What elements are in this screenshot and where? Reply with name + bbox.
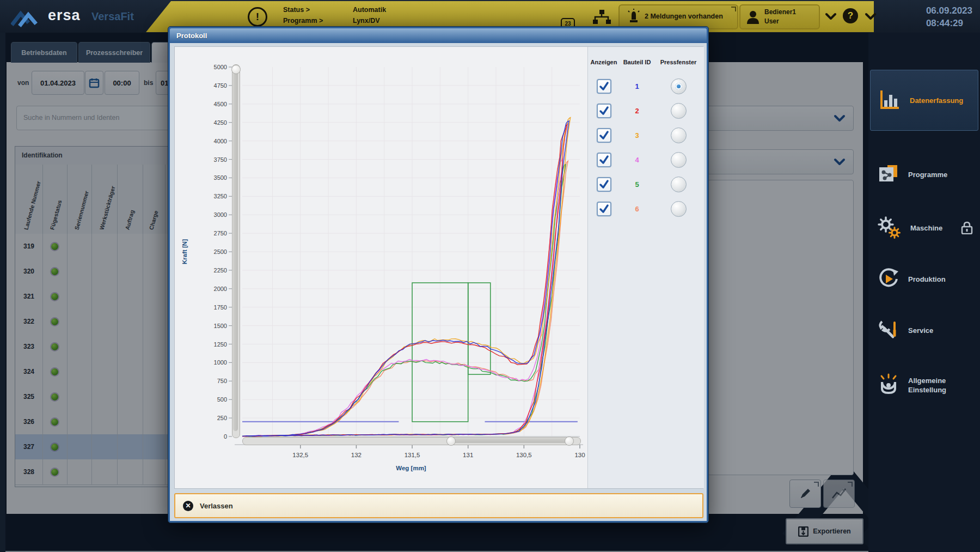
chart-legend: Anzeigen Bauteil ID Pressfenster 123456 bbox=[587, 47, 704, 488]
legend-header-bauteil-id: Bauteil ID bbox=[620, 59, 654, 65]
program-value: Lynx/DV bbox=[353, 17, 380, 25]
svg-text:500: 500 bbox=[217, 396, 227, 403]
svg-text:131: 131 bbox=[463, 452, 473, 458]
curve-bauteil-2 bbox=[242, 124, 567, 436]
ersa-logo-icon bbox=[11, 7, 42, 27]
legend-row: 3 bbox=[588, 123, 704, 148]
sidebar-item-label: Service bbox=[908, 326, 967, 335]
svg-text:250: 250 bbox=[217, 415, 227, 421]
close-x-icon: ✕ bbox=[183, 501, 193, 511]
checkmark-icon bbox=[599, 130, 609, 141]
anzeigen-checkbox[interactable] bbox=[597, 177, 611, 192]
svg-text:1500: 1500 bbox=[214, 323, 227, 329]
anzeigen-checkbox[interactable] bbox=[597, 202, 611, 216]
dialog-title: Protokoll bbox=[176, 32, 207, 40]
sidebar-item-maschine[interactable]: Maschine bbox=[870, 213, 978, 243]
checkmark-icon bbox=[599, 204, 609, 214]
chart-panel: 0250500750100012501500175020002250250027… bbox=[174, 46, 703, 489]
svg-text:Kraft [N]: Kraft [N] bbox=[181, 239, 188, 264]
sidebar-item-label: Maschine bbox=[910, 223, 969, 233]
svg-text:1250: 1250 bbox=[214, 341, 227, 348]
sidebar-item-datenerfassung[interactable]: Datenerfassung bbox=[870, 70, 978, 131]
svg-text:750: 750 bbox=[217, 378, 227, 384]
anzeigen-checkbox[interactable] bbox=[597, 153, 611, 167]
svg-text:1750: 1750 bbox=[214, 304, 227, 311]
pressfenster-radio[interactable] bbox=[671, 152, 687, 168]
curve-bauteil-5 bbox=[242, 165, 566, 436]
checkmark-icon bbox=[599, 155, 609, 165]
service-icon bbox=[877, 318, 901, 342]
user-name: Bediener1 bbox=[764, 8, 796, 16]
anzeigen-checkbox[interactable] bbox=[597, 79, 611, 94]
date-text: 06.09.2023 bbox=[926, 4, 972, 17]
svg-text:Weg [mm]: Weg [mm] bbox=[396, 465, 426, 471]
vertical-scrollbar[interactable] bbox=[232, 64, 240, 438]
sidebar-item-produktion[interactable]: Produktion bbox=[870, 264, 978, 294]
anzeigen-checkbox[interactable] bbox=[597, 128, 611, 143]
curve-bauteil-3 bbox=[244, 118, 571, 436]
sidebar-item-label: Allgemeine Einstellung bbox=[908, 376, 967, 395]
chevron-down-icon-2[interactable] bbox=[865, 13, 877, 20]
alert-exclamation-icon[interactable]: ! bbox=[248, 7, 267, 27]
svg-text:2750: 2750 bbox=[214, 230, 227, 236]
messages-corner-mark bbox=[731, 7, 736, 11]
svg-text:131,5: 131,5 bbox=[405, 452, 420, 458]
sidebar-item-service[interactable]: Service bbox=[870, 315, 978, 345]
einstellung-icon bbox=[877, 373, 901, 397]
sidebar-item-programme[interactable]: Programme bbox=[870, 159, 978, 190]
status-value: Automatik bbox=[353, 6, 386, 14]
checkmark-icon bbox=[599, 179, 609, 190]
legend-headers: Anzeigen Bauteil ID Pressfenster bbox=[588, 59, 704, 65]
legend-row: 6 bbox=[588, 197, 704, 221]
user-button[interactable]: Bediener1 User bbox=[739, 4, 820, 29]
verlassen-label: Verlassen bbox=[200, 502, 233, 510]
checkmark-icon bbox=[599, 106, 609, 116]
app-screen: ersa VersaFit ! Status > Automatik Progr… bbox=[0, 0, 980, 552]
pressfenster-radio[interactable] bbox=[671, 177, 687, 192]
scrollbar-knob-right[interactable] bbox=[565, 436, 574, 446]
svg-text:4750: 4750 bbox=[214, 82, 227, 89]
svg-text:130: 130 bbox=[574, 452, 585, 458]
pressfenster-radio[interactable] bbox=[671, 201, 687, 217]
sitemap-icon[interactable] bbox=[591, 9, 613, 26]
horizontal-scrollbar-thumb[interactable] bbox=[450, 438, 571, 443]
checkmark-icon bbox=[599, 81, 609, 92]
chevron-down-icon[interactable] bbox=[825, 13, 837, 20]
beacon-icon bbox=[627, 9, 640, 25]
bauteil-id-label: 4 bbox=[635, 156, 639, 164]
sidebar-nav: DatenerfassungProgrammeMaschineProduktio… bbox=[868, 33, 980, 552]
svg-text:5000: 5000 bbox=[214, 64, 227, 70]
svg-text:2000: 2000 bbox=[214, 286, 227, 292]
svg-text:130,5: 130,5 bbox=[516, 452, 532, 458]
pressfenster-radio[interactable] bbox=[671, 78, 687, 94]
vertical-scrollbar-thumb[interactable] bbox=[233, 71, 238, 431]
messages-text: 2 Meldungen vorhanden bbox=[645, 13, 723, 20]
horizontal-scrollbar[interactable] bbox=[242, 437, 581, 445]
help-label: ? bbox=[848, 10, 853, 21]
sidebar-item-label: Programme bbox=[908, 170, 967, 179]
dialog-title-bar[interactable]: Protokoll bbox=[170, 28, 707, 43]
svg-text:3000: 3000 bbox=[214, 211, 227, 218]
datenerfassung-icon bbox=[877, 88, 902, 112]
pressfenster-radio[interactable] bbox=[671, 103, 687, 119]
vertical-scrollbar-knob[interactable] bbox=[231, 65, 241, 74]
legend-header-pressfenster: Pressfenster bbox=[654, 59, 702, 65]
sidebar-item-einstellung[interactable]: Allgemeine Einstellung bbox=[870, 362, 978, 409]
legend-row: 1 bbox=[588, 74, 704, 99]
legend-row: 4 bbox=[588, 148, 704, 172]
anzeigen-checkbox[interactable] bbox=[597, 104, 611, 118]
protokoll-dialog: Protokoll 025050075010001250150017502000… bbox=[168, 26, 709, 523]
radio-selected-dot bbox=[675, 83, 682, 90]
pressfenster-radio[interactable] bbox=[671, 128, 687, 143]
svg-text:132,5: 132,5 bbox=[292, 452, 308, 458]
verlassen-button[interactable]: ✕ Verlassen bbox=[174, 493, 703, 518]
svg-text:0: 0 bbox=[224, 433, 227, 440]
help-button[interactable]: ? bbox=[843, 8, 858, 23]
svg-text:2250: 2250 bbox=[214, 267, 227, 274]
svg-text:132: 132 bbox=[351, 452, 362, 458]
time-text: 08:44:29 bbox=[926, 17, 972, 29]
svg-text:4500: 4500 bbox=[214, 101, 227, 107]
status-label: Status > bbox=[283, 6, 310, 14]
scrollbar-knob-left[interactable] bbox=[446, 436, 456, 446]
brand-name: ersa bbox=[48, 7, 81, 24]
